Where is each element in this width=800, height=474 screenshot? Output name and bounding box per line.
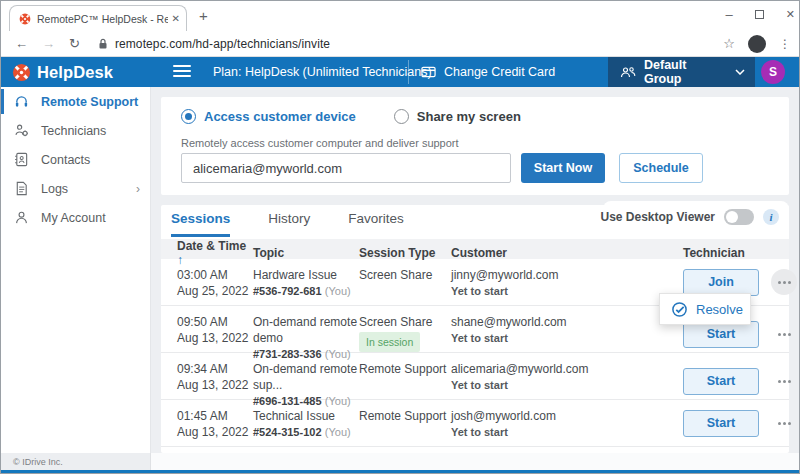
schedule-button[interactable]: Schedule xyxy=(619,153,703,183)
tab-favorites[interactable]: Favorites xyxy=(348,211,404,237)
session-mode-radios: Access customer device Share my screen xyxy=(181,109,521,124)
session-type: Remote Support xyxy=(359,408,451,424)
plan-label: Plan: HelpDesk (Unlimited Technicians) xyxy=(213,57,432,87)
sidebar-item-label: Remote Support xyxy=(41,95,138,109)
session-date: Aug 13, 2022 xyxy=(177,377,253,393)
sidebar-item-my-account[interactable]: My Account xyxy=(1,203,150,232)
session-type: Screen Share xyxy=(359,314,451,330)
row-more-icon[interactable] xyxy=(771,321,797,347)
session-date: Aug 25, 2022 xyxy=(177,283,253,299)
helper-text: Remotely access customer computer and de… xyxy=(181,137,459,149)
radio-access-label[interactable]: Access customer device xyxy=(204,109,356,124)
session-status: Yet to start xyxy=(451,377,683,393)
headset-icon xyxy=(14,94,29,109)
close-icon[interactable]: ✕ xyxy=(786,8,795,21)
col-technician: Technician xyxy=(683,246,789,260)
session-type: Remote Support xyxy=(359,361,451,377)
favicon-lifebuoy-icon xyxy=(19,13,31,25)
row-more-icon[interactable] xyxy=(771,269,797,295)
logs-icon xyxy=(14,181,29,196)
sessions-card: Sessions History Favorites Use Desktop V… xyxy=(161,205,789,453)
browser-profile-avatar[interactable] xyxy=(748,35,766,53)
join-button[interactable]: Join xyxy=(683,269,759,296)
customer-email-input[interactable] xyxy=(181,153,511,183)
group-name: Default Group xyxy=(644,58,727,86)
hamburger-menu-icon[interactable] xyxy=(173,65,191,80)
new-tab-button[interactable]: + xyxy=(199,7,208,24)
session-topic: Hardware Issue xyxy=(253,267,359,283)
table-header: Date & Time ↑ Topic Session Type Custome… xyxy=(161,239,789,259)
footer-strip xyxy=(151,453,800,470)
resolve-menu-item[interactable]: Resolve xyxy=(696,302,743,317)
url-bar: ← → ↻ remotepc.com/hd-app/technicians/in… xyxy=(1,31,800,57)
session-topic: On-demand remote sup... xyxy=(253,361,359,393)
viewer-toggle-label: Use Desktop Viewer xyxy=(601,210,716,224)
sidebar-item-label: Technicians xyxy=(41,124,106,138)
desktop-viewer-toggle[interactable] xyxy=(724,209,754,225)
tab-history[interactable]: History xyxy=(268,211,310,237)
window-controls: – ✕ xyxy=(726,1,795,27)
contacts-icon xyxy=(14,152,29,167)
browser-menu-icon[interactable]: ⋮ xyxy=(779,37,791,51)
row-more-icon[interactable] xyxy=(771,410,797,436)
start-button[interactable]: Start xyxy=(683,410,759,437)
sidebar-item-contacts[interactable]: Contacts xyxy=(1,145,150,174)
sidebar-item-technicians[interactable]: Technicians xyxy=(1,116,150,145)
resolve-check-icon xyxy=(671,301,688,318)
start-button[interactable]: Start xyxy=(683,368,759,395)
sidebar-item-logs[interactable]: Logs › xyxy=(1,174,150,203)
session-customer: shane@myworld.com xyxy=(451,314,683,330)
session-owner: (You) xyxy=(325,285,351,297)
group-icon xyxy=(620,66,636,79)
tab-sessions[interactable]: Sessions xyxy=(171,211,230,237)
maximize-icon[interactable] xyxy=(755,10,764,19)
start-session-card: Access customer device Share my screen R… xyxy=(161,97,789,195)
toggle-knob xyxy=(726,211,738,223)
col-topic: Topic xyxy=(253,246,359,260)
change-credit-card-label: Change Credit Card xyxy=(444,65,555,79)
tab-close-icon[interactable]: ✕ xyxy=(172,13,180,24)
address-url[interactable]: remotepc.com/hd-app/technicians/invite xyxy=(115,37,330,51)
session-time: 01:45 AM xyxy=(177,408,253,424)
bookmark-star-icon[interactable]: ☆ xyxy=(723,36,735,51)
reload-icon[interactable]: ↻ xyxy=(69,36,80,51)
info-icon[interactable]: i xyxy=(763,209,779,225)
radio-share-label[interactable]: Share my screen xyxy=(417,109,521,124)
session-customer: alicemaria@myworld.com xyxy=(451,361,683,377)
main-content: Access customer device Share my screen R… xyxy=(151,87,800,453)
browser-tab[interactable]: RemotePC™ HelpDesk - Remote ✕ xyxy=(9,5,187,31)
brand-logo[interactable]: HelpDesk xyxy=(12,57,113,87)
row-more-icon[interactable] xyxy=(771,368,797,394)
session-time: 03:00 AM xyxy=(177,267,253,283)
session-id: #524-315-102 xyxy=(253,426,322,438)
credit-card-icon xyxy=(421,66,436,78)
col-customer: Customer xyxy=(451,246,683,260)
sidebar-item-remote-support[interactable]: Remote Support xyxy=(1,87,150,116)
account-icon xyxy=(14,210,29,225)
urlbar-actions: ☆ ⋮ xyxy=(723,35,791,53)
chevron-right-icon: › xyxy=(136,182,140,196)
minimize-icon[interactable]: – xyxy=(726,7,733,22)
change-credit-card-button[interactable]: Change Credit Card xyxy=(421,57,555,87)
copyright-footer: © IDrive Inc. xyxy=(1,453,151,470)
session-status: Yet to start xyxy=(451,283,683,299)
user-avatar[interactable]: S xyxy=(761,60,785,84)
technician-icon xyxy=(14,123,29,138)
radio-share-my-screen[interactable] xyxy=(394,109,409,124)
session-time: 09:50 AM xyxy=(177,314,253,330)
back-icon[interactable]: ← xyxy=(15,36,28,51)
session-topic: On-demand remote demo xyxy=(253,314,359,346)
group-selector[interactable]: Default Group xyxy=(608,57,755,87)
session-topic: Technical Issue xyxy=(253,408,359,424)
sidebar: Remote Support Technicians Contacts Logs… xyxy=(1,87,151,453)
tab-strip: RemotePC™ HelpDesk - Remote ✕ + – ✕ xyxy=(1,1,800,31)
bottom-accent-bar xyxy=(1,470,800,473)
table-row: 09:34 AMAug 13, 2022 On-demand remote su… xyxy=(161,353,789,400)
session-status: Yet to start xyxy=(451,330,683,346)
session-customer: josh@myworld.com xyxy=(451,408,683,424)
session-type: Screen Share xyxy=(359,267,451,283)
start-now-button[interactable]: Start Now xyxy=(521,153,605,183)
chevron-down-icon xyxy=(735,69,745,75)
forward-icon[interactable]: → xyxy=(42,36,55,51)
radio-access-customer-device[interactable] xyxy=(181,109,196,124)
